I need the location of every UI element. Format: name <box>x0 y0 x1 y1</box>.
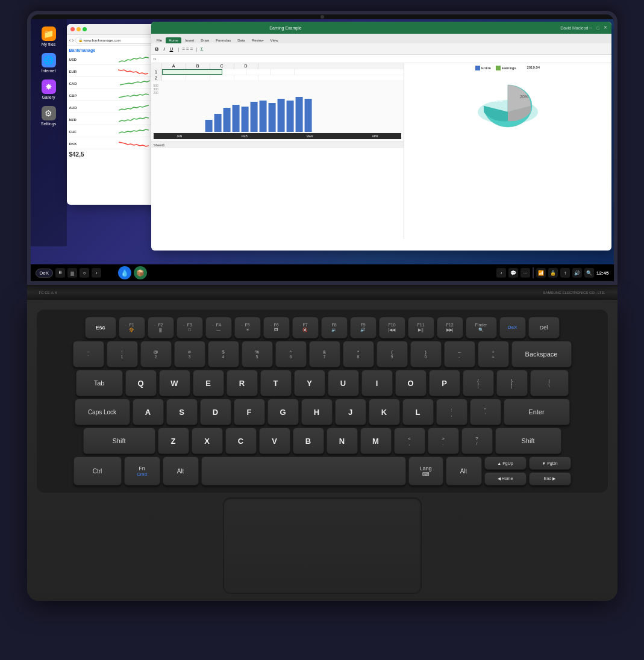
taskbar-bars-icon[interactable]: ||| <box>67 268 77 278</box>
key-m[interactable]: M <box>360 428 392 454</box>
key-space[interactable] <box>201 456 406 485</box>
browser-max-btn[interactable] <box>83 27 87 31</box>
key-o[interactable]: O <box>395 370 427 396</box>
key-r[interactable]: R <box>227 370 258 396</box>
key-q[interactable]: Q <box>125 370 157 396</box>
search-icon[interactable]: 🔍 <box>584 268 594 278</box>
key-d[interactable]: D <box>200 399 231 425</box>
cell-c1[interactable] <box>246 69 270 75</box>
key-9[interactable]: ( 9 <box>377 341 408 367</box>
sidebar-item-gallery[interactable]: ✸ Gallery <box>37 77 61 101</box>
volume-icon[interactable]: 🔊 <box>572 268 582 278</box>
key-finder[interactable]: Finder 🔍 <box>466 317 497 338</box>
key-v[interactable]: V <box>259 428 290 454</box>
taskbar-back-icon[interactable]: ‹ <box>92 268 101 278</box>
key-home[interactable]: ◀ Home <box>484 472 527 485</box>
cell-c2[interactable] <box>210 75 234 81</box>
key-n[interactable]: N <box>327 428 358 454</box>
key-h[interactable]: H <box>301 399 333 425</box>
cell-d2[interactable] <box>234 75 258 81</box>
italic-btn[interactable]: I <box>161 46 166 52</box>
key-shift-left[interactable]: Shift <box>83 428 155 454</box>
key-f5[interactable]: F5 ☀ <box>234 317 261 338</box>
tab-view[interactable]: View <box>267 37 281 43</box>
back-icon[interactable]: ‹ <box>69 37 71 43</box>
tab-file[interactable]: File <box>154 37 166 43</box>
taskbar-home-icon[interactable]: ○ <box>80 268 89 278</box>
key-2[interactable]: @ 2 <box>140 341 172 367</box>
tab-draw[interactable]: Draw <box>198 37 212 43</box>
taskbar-chevron-icon[interactable]: ‹ <box>496 268 506 278</box>
key-rbracket[interactable]: } ] <box>496 370 528 396</box>
key-a[interactable]: A <box>133 399 164 425</box>
cell-b1[interactable] <box>222 69 246 75</box>
tab-insert[interactable]: Insert <box>182 37 197 43</box>
key-z[interactable]: Z <box>158 428 189 454</box>
key-f12[interactable]: F12 ▶▶| <box>437 317 463 338</box>
bold-btn[interactable]: B <box>154 46 161 52</box>
browser-min-btn[interactable] <box>77 27 81 31</box>
sheet-tab[interactable]: Sheet1 <box>151 142 404 148</box>
key-l[interactable]: L <box>402 399 434 425</box>
key-f2[interactable]: F2 ||| <box>148 317 174 338</box>
taskbar-grid-icon[interactable]: ⠿ <box>55 268 65 278</box>
taskbar-more-icon[interactable]: ··· <box>521 268 530 278</box>
key-f6[interactable]: F6 🖼 <box>263 317 290 338</box>
key-f7[interactable]: F7 🔇 <box>292 317 319 338</box>
cell-b2[interactable] <box>186 75 210 81</box>
key-1[interactable]: ! 1 <box>107 341 138 367</box>
key-alt-left[interactable]: Alt <box>163 456 199 485</box>
key-backspace[interactable]: Backspace <box>511 341 572 367</box>
taskbar-app2-icon[interactable]: 📦 <box>134 266 147 279</box>
key-w[interactable]: W <box>159 370 190 396</box>
key-f9[interactable]: F9 🔊 <box>350 317 377 338</box>
cell-a2[interactable] <box>162 75 186 81</box>
key-x[interactable]: X <box>192 428 223 454</box>
key-pipe[interactable]: | \ <box>530 370 569 396</box>
align-center-icon[interactable]: ≡ <box>186 46 189 52</box>
key-quote[interactable]: " ' <box>470 399 501 425</box>
key-alt-right[interactable]: Alt <box>446 456 482 485</box>
key-del[interactable]: Del <box>528 317 560 338</box>
key-pgup[interactable]: ▲ PgUp <box>484 456 527 470</box>
key-8[interactable]: * 8 <box>343 341 374 367</box>
key-i[interactable]: I <box>361 370 393 396</box>
sidebar-item-files[interactable]: 📁 My files <box>37 24 61 48</box>
key-f8[interactable]: F8 🔉 <box>321 317 348 338</box>
key-y[interactable]: Y <box>294 370 325 396</box>
key-dex[interactable]: DeX <box>499 317 526 338</box>
tab-home[interactable]: Home <box>166 37 181 43</box>
key-t[interactable]: T <box>260 370 292 396</box>
excel-minimize-btn[interactable]: ─ <box>589 25 593 30</box>
wifi-icon[interactable]: 📶 <box>536 268 546 278</box>
key-j[interactable]: J <box>335 399 366 425</box>
key-7[interactable]: & 7 <box>309 341 340 367</box>
cell-a1[interactable] <box>162 69 222 75</box>
tab-data[interactable]: Data <box>234 37 248 43</box>
key-f10[interactable]: F10 |◀◀ <box>379 317 405 338</box>
lock-icon[interactable]: 🔒 <box>548 268 558 278</box>
key-minus[interactable]: – - <box>444 341 475 367</box>
key-equals[interactable]: + = <box>478 341 509 367</box>
tab-review[interactable]: Review <box>249 37 267 43</box>
sum-icon[interactable]: Σ <box>200 46 203 52</box>
align-left-icon[interactable]: ≡ <box>182 46 185 52</box>
taskbar-app1-icon[interactable]: 💧 <box>118 266 131 279</box>
dex-badge[interactable]: DeX <box>36 269 54 278</box>
key-semicolon[interactable]: : ; <box>436 399 467 425</box>
key-0[interactable]: ) 0 <box>410 341 442 367</box>
key-slash[interactable]: ? / <box>461 428 493 454</box>
excel-close-btn[interactable]: ✕ <box>603 25 608 30</box>
key-fn[interactable]: Fn Cmd <box>124 456 160 485</box>
key-k[interactable]: K <box>369 399 400 425</box>
key-backtick[interactable]: ~ ` <box>73 341 104 367</box>
forward-icon[interactable]: › <box>72 37 74 43</box>
key-tab[interactable]: Tab <box>76 370 123 396</box>
taskbar-chat-icon[interactable]: 💬 <box>508 268 518 278</box>
key-b[interactable]: B <box>293 428 324 454</box>
sidebar-item-settings[interactable]: ⚙ Settings <box>37 104 61 128</box>
key-c[interactable]: C <box>225 428 257 454</box>
key-period[interactable]: > . <box>428 428 459 454</box>
key-esc[interactable]: Esc <box>85 317 116 338</box>
key-e[interactable]: E <box>193 370 224 396</box>
